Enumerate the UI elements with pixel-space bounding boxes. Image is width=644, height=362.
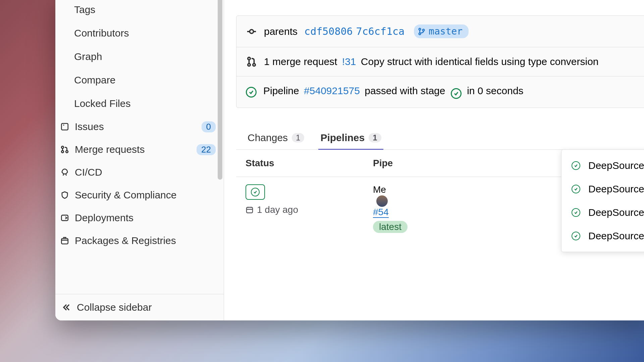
- pipeline-status-button[interactable]: [246, 184, 265, 200]
- sidebar-scroll: Tags Contributors Graph Compare Locked F…: [55, 0, 224, 294]
- job-label: DeepSource: Go: [588, 160, 644, 171]
- latest-tag: latest: [373, 221, 408, 233]
- stage-status-icon[interactable]: [451, 88, 462, 99]
- job-label: DeepSource: Transf…: [588, 230, 644, 242]
- tab-count: 1: [292, 133, 304, 142]
- sidebar-subitem-contributors[interactable]: Contributors: [55, 21, 224, 45]
- sidebar-scrollbar[interactable]: [217, 0, 223, 250]
- package-icon: [60, 236, 69, 245]
- tab-label: Pipelines: [320, 132, 365, 143]
- branch-icon: [418, 28, 425, 35]
- sidebar-item-label: Security & Compliance: [75, 189, 216, 201]
- branch-badge[interactable]: master: [414, 24, 469, 38]
- job-item[interactable]: DeepSource: Secrets: [561, 201, 644, 224]
- tabs: Changes 1 Pipelines 1: [236, 126, 644, 150]
- sidebar-subitem-graph[interactable]: Graph: [55, 45, 224, 68]
- tab-changes[interactable]: Changes 1: [246, 126, 306, 149]
- parents-label: parents: [264, 26, 298, 37]
- sidebar-item-label: Issues: [75, 121, 196, 132]
- sidebar-item-issues[interactable]: Issues 0: [55, 115, 224, 138]
- pipeline-label: Pipeline: [263, 85, 299, 96]
- mr-id-link[interactable]: !31: [342, 56, 356, 67]
- sidebar-item-packages[interactable]: Packages & Registries: [55, 229, 224, 252]
- job-label: DeepSource: Python: [588, 183, 644, 195]
- svg-point-10: [248, 57, 251, 60]
- pipeline-id-link[interactable]: #540921575: [304, 85, 360, 96]
- sidebar-subitem-compare[interactable]: Compare: [55, 68, 224, 92]
- svg-point-8: [419, 33, 421, 35]
- svg-point-2: [61, 150, 64, 153]
- branch-name: master: [429, 26, 463, 37]
- rocket-icon: [60, 168, 69, 177]
- col-status: Status: [246, 158, 373, 169]
- pipeline-title-frag: Me: [373, 184, 386, 195]
- svg-point-6: [250, 29, 253, 33]
- status-passed-icon: [572, 161, 580, 170]
- status-passed-icon: [572, 185, 580, 193]
- pipeline-mid: passed with stage: [365, 85, 445, 96]
- sidebar: Tags Contributors Graph Compare Locked F…: [55, 0, 224, 320]
- status-passed-icon: [246, 87, 257, 98]
- app-window: Tags Contributors Graph Compare Locked F…: [55, 0, 644, 320]
- parents-row: parents cdf50806 7c6cf1ca master: [236, 16, 644, 47]
- mr-count: 1 merge request: [264, 56, 337, 67]
- sidebar-item-deployments[interactable]: Deployments: [55, 206, 224, 229]
- sidebar-item-security[interactable]: Security & Compliance: [55, 184, 224, 206]
- time-label: 1 day ago: [257, 204, 298, 215]
- svg-point-11: [248, 64, 251, 66]
- pipeline-time: 1 day ago: [246, 204, 373, 215]
- issues-badge: 0: [202, 121, 216, 132]
- main-content: parents cdf50806 7c6cf1ca master 1 merge…: [224, 0, 644, 320]
- shield-icon: [60, 190, 69, 200]
- tab-pipelines[interactable]: Pipelines 1: [318, 126, 383, 149]
- merge-request-icon: [60, 145, 69, 154]
- sidebar-item-label: Merge requests: [75, 144, 191, 155]
- tab-count: 1: [369, 133, 381, 142]
- svg-point-1: [61, 146, 64, 148]
- job-item[interactable]: DeepSource: Go: [561, 154, 644, 177]
- calendar-icon: [246, 206, 254, 214]
- sidebar-subitem-tags[interactable]: Tags: [55, 0, 224, 21]
- sidebar-scrollbar-thumb[interactable]: [218, 0, 222, 180]
- mr-title: Copy struct with identical fields using …: [361, 56, 599, 67]
- sidebar-item-label: Packages & Registries: [75, 235, 216, 246]
- deployments-icon: [60, 213, 69, 223]
- sidebar-item-cicd[interactable]: CI/CD: [55, 161, 224, 184]
- sidebar-item-label: CI/CD: [75, 167, 216, 178]
- tab-label: Changes: [248, 132, 288, 143]
- svg-point-3: [66, 150, 68, 153]
- parent-sha-2[interactable]: 7c6cf1ca: [356, 25, 405, 37]
- commit-icon: [246, 26, 257, 37]
- parent-sha-1[interactable]: cdf50806: [304, 25, 353, 37]
- status-passed-icon: [572, 208, 580, 217]
- svg-point-9: [423, 29, 425, 31]
- svg-rect-5: [61, 239, 68, 244]
- svg-rect-13: [247, 207, 253, 213]
- job-label: DeepSource: Secrets: [588, 207, 644, 218]
- pipeline-id-frag[interactable]: #54: [373, 207, 389, 218]
- chevron-double-left-icon: [62, 303, 71, 312]
- pipeline-suffix: in 0 seconds: [467, 85, 523, 96]
- collapse-sidebar-button[interactable]: Collapse sidebar: [55, 294, 224, 320]
- pipeline-summary-row: Pipeline #540921575 passed with stage in…: [236, 76, 644, 108]
- job-item[interactable]: DeepSource: Python: [561, 177, 644, 201]
- sidebar-item-label: Deployments: [75, 212, 216, 224]
- commit-info-box: parents cdf50806 7c6cf1ca master 1 merge…: [236, 15, 644, 108]
- svg-rect-0: [61, 123, 68, 130]
- stage-jobs-popover: DeepSource: Go DeepSource: Python DeepSo…: [561, 149, 644, 252]
- merge-request-row: 1 merge request !31 Copy struct with ide…: [236, 47, 644, 76]
- merge-request-icon: [246, 56, 257, 67]
- status-passed-icon: [251, 188, 260, 196]
- sidebar-subitem-locked-files[interactable]: Locked Files: [55, 92, 224, 115]
- issues-icon: [60, 122, 69, 131]
- mr-badge: 22: [197, 144, 216, 155]
- status-passed-icon: [572, 232, 580, 240]
- job-item[interactable]: DeepSource: Transf…: [561, 224, 644, 248]
- sidebar-item-merge-requests[interactable]: Merge requests 22: [55, 138, 224, 161]
- avatar[interactable]: [376, 195, 388, 207]
- svg-point-7: [419, 28, 421, 30]
- svg-point-12: [253, 64, 256, 66]
- collapse-label: Collapse sidebar: [77, 302, 152, 313]
